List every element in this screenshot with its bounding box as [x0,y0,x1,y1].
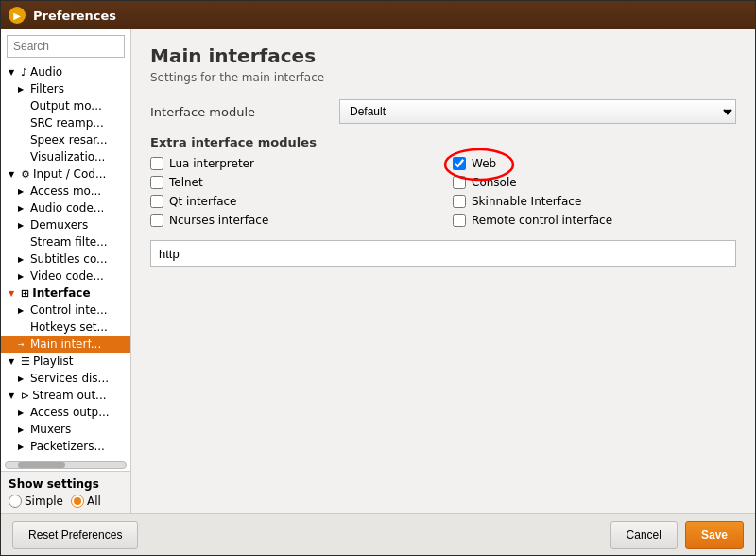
sidebar-label-muxers: Muxers [30,423,127,436]
checkbox-grid: Lua interpreter Web Telnet [150,157,736,227]
radio-row: Simple All [9,495,123,508]
sidebar-item-audio-codecs[interactable]: ▶ Audio code... [1,200,130,217]
sidebar-item-hotkeys[interactable]: Hotkeys set... [1,319,130,336]
checkbox-telnet-input[interactable] [150,176,163,189]
sidebar-label-input: Input / Cod... [33,167,127,181]
sidebar-label-output: Output mo... [30,99,127,113]
checkbox-ncurses-input[interactable] [150,214,163,227]
sidebar-item-access[interactable]: ▶ Access mo... [1,182,130,200]
checkbox-console[interactable]: Console [453,176,736,189]
sidebar-label-main-interf: Main interf... [30,338,127,351]
checkbox-web-input[interactable] [453,157,466,170]
checkbox-lua-input[interactable] [150,157,163,170]
sidebar-item-interface[interactable]: ▼ ⊞ Interface [1,285,130,302]
checkbox-ncurses-label: Ncurses interface [169,214,268,227]
sidebar-item-src[interactable]: SRC reamp... [1,114,130,131]
page-subtitle: Settings for the main interface [150,71,736,84]
checkbox-qt-input[interactable] [150,195,163,208]
content-area: ▼ ♪ Audio ▶ Filters Output mo... SRC rea… [1,29,755,513]
sidebar-label-video-codecs: Video code... [30,269,127,283]
sidebar-item-speex[interactable]: Speex resar... [1,131,130,148]
app-icon: ▶ [9,7,26,24]
radio-all-circle [71,495,84,508]
show-settings-section: Show settings Simple All [1,471,130,513]
radio-simple[interactable]: Simple [9,495,63,508]
sidebar-item-subtitles[interactable]: ▶ Subtitles co... [1,251,130,268]
sidebar-label-hotkeys: Hotkeys set... [30,321,127,334]
checkbox-skinnable[interactable]: Skinnable Interface [453,195,736,208]
main-panel: Main interfaces Settings for the main in… [131,29,755,513]
checkbox-qt-label: Qt interface [169,195,236,208]
sidebar-item-video-codecs[interactable]: ▶ Video code... [1,268,130,285]
search-input[interactable] [7,35,125,58]
sidebar-label-viz: Visualizatio... [30,150,127,164]
stream-icon: ⊳ [21,390,29,402]
sidebar-label-services: Services dis... [30,372,127,385]
radio-simple-circle [9,495,22,508]
sidebar-item-input[interactable]: ▼ ⚙ Input / Cod... [1,165,130,182]
sidebar-item-playlist[interactable]: ▼ ☰ Playlist [1,353,130,370]
sidebar-item-output-modules[interactable]: Output mo... [1,97,130,114]
checkbox-web[interactable]: Web [453,157,736,170]
sidebar-item-visualization[interactable]: Visualizatio... [1,148,130,165]
radio-simple-label: Simple [25,495,63,508]
checkbox-lua[interactable]: Lua interpreter [150,157,434,170]
titlebar: ▶ Preferences [1,1,755,29]
sidebar-label-stream-filter: Stream filte... [30,235,127,249]
bottom-bar: Reset Preferences Cancel Save [1,513,755,555]
sidebar-label-packetizers: Packetizers... [30,440,127,453]
input-icon: ⚙ [21,168,30,181]
checkbox-console-input[interactable] [453,176,466,189]
sidebar-scrollbar[interactable] [5,461,127,469]
radio-all[interactable]: All [71,495,101,508]
save-button[interactable]: Save [685,521,744,549]
sidebar-item-audio[interactable]: ▼ ♪ Audio [1,63,130,80]
interface-module-label: Interface module [150,105,339,119]
sidebar-label-subtitles: Subtitles co... [30,252,127,266]
checkbox-skinnable-label: Skinnable Interface [472,195,581,208]
sidebar-item-stream-filter[interactable]: Stream filte... [1,234,130,251]
sidebar-label-access: Access mo... [30,184,127,198]
page-title: Main interfaces [150,44,736,67]
checkbox-remote-label: Remote control interface [472,214,612,227]
checkbox-lua-label: Lua interpreter [169,157,254,170]
arrow-filters: ▶ [18,85,27,94]
sidebar-item-stream-out[interactable]: ▼ ⊳ Stream out... [1,387,130,404]
extra-modules-header: Extra interface modules [150,135,736,149]
sidebar-label-stream-out: Stream out... [32,389,127,402]
sidebar-item-access-outp[interactable]: ▶ Access outp... [1,404,130,421]
sidebar-tree: ▼ ♪ Audio ▶ Filters Output mo... SRC rea… [1,63,130,460]
checkbox-remote-input[interactable] [453,214,466,227]
sidebar-item-control[interactable]: ▶ Control inte... [1,302,130,319]
checkbox-web-label: Web [472,157,496,170]
interface-module-select-wrapper: Default Qt Skins2 Dummy ncurses rc [339,99,736,124]
sidebar-label-speex: Speex resar... [30,133,127,147]
checkbox-console-label: Console [472,176,517,189]
interface-module-row: Interface module Default Qt Skins2 Dummy… [150,99,736,124]
checkbox-skinnable-input[interactable] [453,195,466,208]
sidebar-label-control: Control inte... [30,304,127,317]
checkbox-telnet[interactable]: Telnet [150,176,434,189]
sidebar-item-main-interf[interactable]: → Main interf... [1,336,130,353]
sidebar-item-filters[interactable]: ▶ Filters [1,80,130,97]
sidebar-label-access-outp: Access outp... [30,406,127,419]
sidebar-item-muxers[interactable]: ▶ Muxers [1,421,130,438]
checkbox-qt[interactable]: Qt interface [150,195,434,208]
audio-icon: ♪ [21,66,27,78]
arrow-audio: ▼ [9,68,18,77]
radio-all-label: All [87,495,101,508]
scrollbar-thumb [18,462,66,468]
reset-preferences-button[interactable]: Reset Preferences [12,521,138,549]
interface-icon: ⊞ [21,287,29,300]
sidebar-item-services[interactable]: ▶ Services dis... [1,370,130,387]
sidebar-label-src: SRC reamp... [30,116,127,130]
checkbox-remote[interactable]: Remote control interface [453,214,736,227]
sidebar-label-interface: Interface [32,287,127,300]
cancel-button[interactable]: Cancel [610,521,678,549]
checkbox-ncurses[interactable]: Ncurses interface [150,214,434,227]
sidebar-item-demuxers[interactable]: ▶ Demuxers [1,217,130,234]
interface-module-select[interactable]: Default Qt Skins2 Dummy ncurses rc [339,99,736,124]
sidebar-label-audio-codecs: Audio code... [30,201,127,215]
http-input[interactable] [150,240,736,267]
sidebar-item-packetizers[interactable]: ▶ Packetizers... [1,438,130,455]
